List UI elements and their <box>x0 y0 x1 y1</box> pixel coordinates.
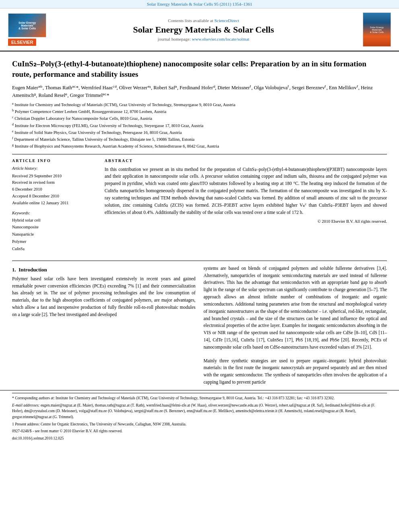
article-info-panel: ARTICLE INFO Article history: Received 2… <box>12 158 97 253</box>
sciencedirect-link[interactable]: ScienceDirect <box>214 18 239 23</box>
article-dates: Received 29 September 2010 Received in r… <box>12 173 97 207</box>
article-main: CuInS₂–Poly(3-(ethyl-4-butanoate)thiophe… <box>0 51 399 261</box>
abstract-panel: ABSTRACT In this contribution we present… <box>105 158 387 253</box>
body-left-column: 1. Introduction Polymer based solar cell… <box>12 265 195 386</box>
body-right-column: systems are based on blends of conjugate… <box>204 265 387 386</box>
affiliation-a: a Institute for Chemistry and Technology… <box>12 102 387 108</box>
body-content: 1. Introduction Polymer based solar cell… <box>0 261 399 390</box>
article-info-heading: ARTICLE INFO <box>12 158 97 163</box>
intro-paragraph-right2: Mainly three synthetic strategies are us… <box>204 357 387 386</box>
journal-header: Solar EnergyMaterials& Solar Cells ELSEV… <box>0 8 399 51</box>
footnote-section: * Corresponding authors at: Institute fo… <box>0 390 399 447</box>
history-label: Article history: <box>12 166 97 170</box>
journal-banner: Solar Energy Materials & Solar Cells 95 … <box>0 0 399 8</box>
intro-paragraph-1: Polymer based solar cells have been inve… <box>12 275 195 318</box>
journal-homepage: journal homepage: www.elsevier.com/locat… <box>56 37 351 41</box>
affiliation-c: c Christian Doppler Laboratory for Nanoc… <box>12 115 387 122</box>
doi-line: doi:10.1016/j.solmat.2010.12.025 <box>12 435 387 442</box>
keywords-heading: Keywords: <box>12 211 97 215</box>
affiliation-g: g Institute of Biophysics and Nanosystem… <box>12 143 387 150</box>
copyright-bottom: 0927-0248/$ - see front matter © 2010 El… <box>12 428 387 434</box>
homepage-url[interactable]: www.elsevier.com/locate/solmat <box>192 37 249 41</box>
intro-paragraph-right: systems are based on blends of conjugate… <box>204 265 387 351</box>
keyword-4: Polymer <box>12 238 97 245</box>
journal-cover-thumbnail: Solar EnergyMaterials& Solar Cells <box>355 12 391 47</box>
keyword-5: CuInS₂ <box>12 245 97 253</box>
available-date: Available online 12 January 2011 <box>12 200 97 207</box>
keywords-list: Hybrid solar cell Nanocomposite Nanopart… <box>12 217 97 253</box>
abstract-copyright: © 2010 Elsevier B.V. All rights reserved… <box>105 219 387 224</box>
intro-heading: 1. Introduction <box>12 267 195 273</box>
affiliation-f: f Department of Materials Science, Talli… <box>12 136 387 143</box>
article-info-abstract: ARTICLE INFO Article history: Received 2… <box>12 158 387 253</box>
article-title: CuInS₂–Poly(3-(ethyl-4-butanoate)thiophe… <box>12 59 387 79</box>
accepted-date: Accepted 8 December 2010 <box>12 193 97 200</box>
keyword-3: Nanoparticle <box>12 231 97 238</box>
contents-line: Contents lists available at ScienceDirec… <box>56 18 351 23</box>
keyword-2: Nanocomposite <box>12 224 97 231</box>
keyword-1: Hybrid solar cell <box>12 217 97 224</box>
journal-header-center: Contents lists available at ScienceDirec… <box>52 18 355 41</box>
elsevier-logo-left: Solar EnergyMaterials& Solar Cells ELSEV… <box>8 13 52 46</box>
abstract-text: In this contribution we present an in si… <box>105 166 387 216</box>
footnote-1: 1 Present address: Centre for Organic El… <box>12 421 387 427</box>
revised-date-value: 6 December 2010 <box>12 186 97 193</box>
revised-date-label: Received in revised form <box>12 179 97 186</box>
footnote-divider <box>12 393 387 393</box>
abstract-heading: ABSTRACT <box>105 158 387 163</box>
corresponding-author: * Corresponding authors at: Institute fo… <box>12 395 387 401</box>
journal-title: Solar Energy Materials & Solar Cells <box>56 25 351 35</box>
affiliation-d: d Institute for Electron Microscopy (FEL… <box>12 123 387 129</box>
authors: Eugen Maierᵃᵇ, Thomas Rathᵃᶜ*, Wernfried… <box>12 84 387 99</box>
affiliation-e: e Institute of Solid State Physics, Graz… <box>12 129 387 136</box>
divider-above-info <box>12 154 387 154</box>
affiliation-b: b Polymer Competence Center Leoben GmbH,… <box>12 109 387 115</box>
elsevier-wordmark: ELSEVIER <box>8 39 36 46</box>
email-addresses: E-mail addresses: eugen.maier@tugraz.at … <box>12 403 387 420</box>
affiliations: a Institute for Chemistry and Technology… <box>12 102 387 150</box>
received-date: Received 29 September 2010 <box>12 173 97 180</box>
